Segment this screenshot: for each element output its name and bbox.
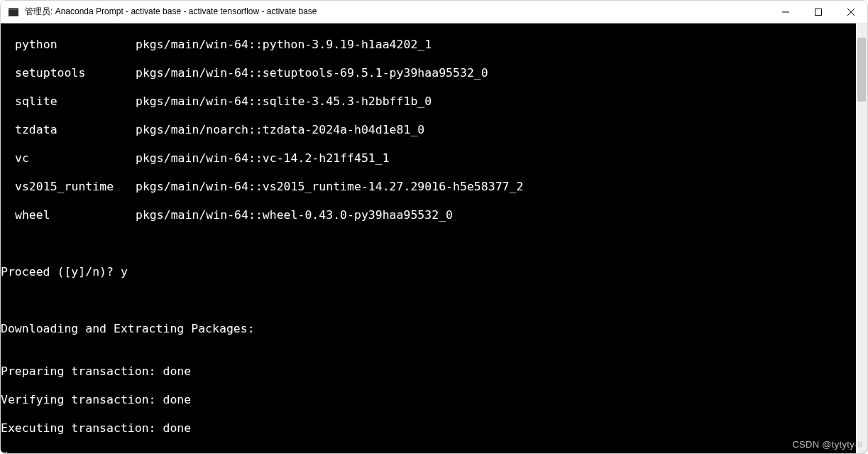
package-spec: pkgs/main/noarch::tzdata-2024a-h04d1e81_… [136,123,856,137]
package-name: setuptools [1,66,136,80]
package-row: vcpkgs/main/win-64::vc-14.2-h21ff451_1 [1,151,856,166]
package-name: vs2015_runtime [1,180,136,194]
package-name: sqlite [1,94,136,109]
svg-rect-3 [815,9,822,15]
scrollbar-thumb[interactable] [857,38,866,102]
maximize-button[interactable] [802,1,835,23]
terminal-output[interactable]: pythonpkgs/main/win-64::python-3.9.19-h1… [1,23,856,453]
package-spec: pkgs/main/win-64::wheel-0.43.0-py39haa95… [136,208,856,222]
terminal-window: 管理员: Anaconda Prompt - activate base - a… [0,0,868,454]
package-spec: pkgs/main/win-64::vs2015_runtime-14.27.2… [136,180,856,194]
package-row: wheelpkgs/main/win-64::wheel-0.43.0-py39… [1,208,856,222]
package-row: sqlitepkgs/main/win-64::sqlite-3.45.3-h2… [1,94,856,109]
close-button[interactable] [835,1,867,23]
terminal-line: Downloading and Extracting Packages: [1,322,856,336]
terminal-line: Executing transaction: done [1,421,856,436]
titlebar[interactable]: 管理员: Anaconda Prompt - activate base - a… [1,1,867,23]
vertical-scrollbar[interactable] [856,23,867,453]
window-controls [769,1,867,23]
package-name: wheel [1,208,136,222]
watermark: CSDN @tytyty-li [792,439,862,450]
proceed-prompt: Proceed ([y]/n)? y [1,265,856,279]
terminal-icon [8,6,19,18]
terminal-line: # [1,450,856,453]
terminal-line: Preparing transaction: done [1,364,856,379]
package-row: tzdatapkgs/main/noarch::tzdata-2024a-h04… [1,123,856,137]
package-spec: pkgs/main/win-64::vc-14.2-h21ff451_1 [136,151,856,166]
svg-rect-1 [9,8,18,10]
terminal-body: pythonpkgs/main/win-64::python-3.9.19-h1… [1,23,867,453]
package-row: setuptoolspkgs/main/win-64::setuptools-6… [1,66,856,80]
package-spec: pkgs/main/win-64::python-3.9.19-h1aa4202… [136,38,856,52]
package-spec: pkgs/main/win-64::setuptools-69.5.1-py39… [136,66,856,80]
terminal-line: Verifying transaction: done [1,393,856,407]
package-name: vc [1,151,136,166]
package-row: pythonpkgs/main/win-64::python-3.9.19-h1… [1,38,856,52]
minimize-button[interactable] [769,1,802,23]
package-name: python [1,38,136,52]
package-row: vs2015_runtimepkgs/main/win-64::vs2015_r… [1,180,856,194]
package-name: tzdata [1,123,136,137]
package-spec: pkgs/main/win-64::sqlite-3.45.3-h2bbff1b… [136,94,856,109]
window-title: 管理员: Anaconda Prompt - activate base - a… [25,6,769,18]
